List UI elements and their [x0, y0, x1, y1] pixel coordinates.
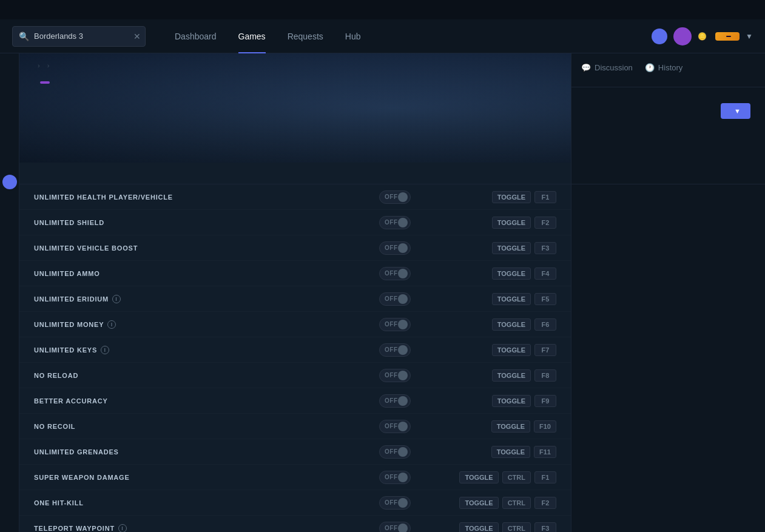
cheat-row: UNLIMITED KEYSiOFFTOGGLEF7 [19, 337, 571, 363]
key-badge[interactable]: TOGGLE [492, 318, 531, 331]
avatar [673, 27, 692, 45]
keybind-area: TOGGLEF5 [447, 293, 556, 305]
breadcrumb: › › [19, 53, 765, 69]
game-content: › › ▼ 💬 Discus [19, 53, 765, 532]
clear-search-icon[interactable]: ✕ [133, 32, 141, 41]
key-badge[interactable]: F8 [534, 369, 556, 382]
cheat-row: NO RELOADOFFTOGGLEF8 [19, 363, 571, 388]
keybind-area: TOGGLEF8 [447, 369, 556, 382]
keybind-area: TOGGLECTRLF2 [447, 497, 556, 509]
key-badge[interactable]: F1 [534, 191, 556, 203]
toggle-switch[interactable]: OFF [379, 522, 411, 533]
nav-requests[interactable]: Requests [277, 19, 334, 53]
key-badge[interactable]: F6 [534, 318, 556, 331]
close-button[interactable] [737, 0, 765, 19]
coin-icon: 🪙 [698, 32, 707, 41]
cheat-row: ONE HIT-KILLOFFTOGGLECTRLF2 [19, 490, 571, 516]
info-icon[interactable]: i [112, 295, 121, 303]
titlebar [0, 0, 765, 19]
sidebar-avatar [2, 175, 17, 189]
toggle-switch[interactable]: OFF [379, 369, 411, 382]
status-bar: ▼ [713, 103, 750, 119]
nav-links: Dashboard Games Requests Hub [164, 19, 652, 53]
maximize-button[interactable] [709, 0, 737, 19]
key-badge[interactable]: F2 [534, 217, 556, 229]
key-badge[interactable]: TOGGLE [492, 217, 531, 229]
cheats-list: UNLIMITED HEALTH PLAYER/VEHICLEOFFTOGGLE… [19, 184, 765, 532]
minimize-button[interactable] [681, 0, 709, 19]
cheat-name: UNLIMITED KEYSi [34, 346, 379, 354]
nav-dashboard[interactable]: Dashboard [164, 19, 227, 53]
key-badge[interactable]: TOGGLE [459, 522, 498, 533]
cheat-name: TELEPORT WAYPOINTi [34, 524, 379, 533]
cheat-row: UNLIMITED GRENADESOFFTOGGLEF11 [19, 439, 571, 465]
key-badge[interactable]: F10 [534, 420, 556, 433]
key-badge[interactable]: F5 [534, 293, 556, 305]
notification-badge[interactable] [652, 29, 667, 44]
toggle-switch[interactable]: OFF [379, 445, 411, 459]
nav-hub[interactable]: Hub [334, 19, 372, 53]
search-box[interactable]: 🔍 ✕ [12, 26, 146, 47]
key-badge[interactable]: TOGGLE [492, 395, 531, 407]
user-dropdown-arrow[interactable]: ▼ [746, 32, 753, 41]
key-badge[interactable]: TOGGLE [459, 471, 498, 483]
toggle-switch[interactable]: OFF [379, 343, 411, 357]
toggle-switch[interactable]: OFF [379, 318, 411, 331]
key-badge[interactable]: TOGGLE [492, 369, 531, 382]
key-badge[interactable]: TOGGLE [492, 191, 531, 203]
key-badge[interactable]: F4 [534, 268, 556, 280]
cheat-name: UNLIMITED GRENADES [34, 448, 379, 456]
keybind-area: TOGGLEF6 [447, 318, 556, 331]
cheat-name: UNLIMITED ERIDIUMi [34, 295, 379, 303]
toggle-switch[interactable]: OFF [379, 496, 411, 510]
cheat-row: UNLIMITED ERIDIUMiOFFTOGGLEF5 [19, 286, 571, 312]
user-area: 🪙 ▼ [652, 27, 753, 45]
key-badge[interactable]: CTRL [502, 471, 531, 483]
info-icon[interactable]: i [118, 524, 127, 533]
toggle-switch[interactable]: OFF [379, 471, 411, 484]
key-badge[interactable]: CTRL [502, 522, 531, 533]
keybind-area: TOGGLECTRLF1 [447, 471, 556, 483]
keybind-area: TOGGLEF7 [447, 344, 556, 356]
info-icon[interactable]: i [101, 346, 109, 354]
toggle-switch[interactable]: OFF [379, 267, 411, 280]
keybind-area: TOGGLEF1 [447, 191, 556, 203]
toggle-switch[interactable]: OFF [379, 241, 411, 255]
key-badge[interactable]: TOGGLE [492, 268, 531, 280]
top-navigation: 🔍 ✕ Dashboard Games Requests Hub 🪙 ▼ [0, 19, 765, 53]
cheat-name: ONE HIT-KILL [34, 499, 379, 507]
key-badge[interactable]: F11 [534, 446, 556, 458]
nav-games[interactable]: Games [227, 19, 277, 53]
sidebar-player-tab [0, 53, 19, 532]
toggle-switch[interactable]: OFF [379, 190, 411, 204]
key-badge[interactable]: F3 [534, 242, 556, 254]
key-badge[interactable]: TOGGLE [492, 242, 531, 254]
fix-button[interactable]: ▼ [721, 103, 750, 119]
search-input[interactable] [34, 32, 131, 41]
key-badge[interactable]: TOGGLE [492, 344, 531, 356]
cheat-row: SUPER WEAPON DAMAGEOFFTOGGLECTRLF1 [19, 465, 571, 490]
toggle-switch[interactable]: OFF [379, 420, 411, 433]
key-badge[interactable]: F3 [534, 522, 556, 533]
toggle-switch[interactable]: OFF [379, 216, 411, 229]
key-badge[interactable]: F7 [534, 344, 556, 356]
key-badge[interactable]: CTRL [502, 497, 531, 509]
cheat-name: NO RELOAD [34, 372, 379, 379]
key-badge[interactable]: F9 [534, 395, 556, 407]
cheat-name: UNLIMITED VEHICLE BOOST [34, 244, 379, 252]
cheat-row: UNLIMITED VEHICLE BOOSTOFFTOGGLEF3 [19, 235, 571, 261]
key-badge[interactable]: TOGGLE [459, 497, 498, 509]
toggle-switch[interactable]: OFF [379, 292, 411, 306]
key-badge[interactable]: TOGGLE [491, 420, 530, 433]
key-badge[interactable]: TOGGLE [491, 446, 530, 458]
keybind-area: TOGGLEF2 [447, 217, 556, 229]
cheat-row: UNLIMITED SHIELDOFFTOGGLEF2 [19, 210, 571, 235]
key-badge[interactable]: F1 [534, 471, 556, 483]
keybind-area: TOGGLEF9 [447, 395, 556, 407]
info-icon[interactable]: i [107, 320, 116, 329]
toggle-switch[interactable]: OFF [379, 394, 411, 408]
key-badge[interactable]: TOGGLE [492, 293, 531, 305]
key-badge[interactable]: F2 [534, 497, 556, 509]
cheat-row: UNLIMITED MONEYiOFFTOGGLEF6 [19, 312, 571, 337]
upgrade-button[interactable] [715, 32, 740, 41]
